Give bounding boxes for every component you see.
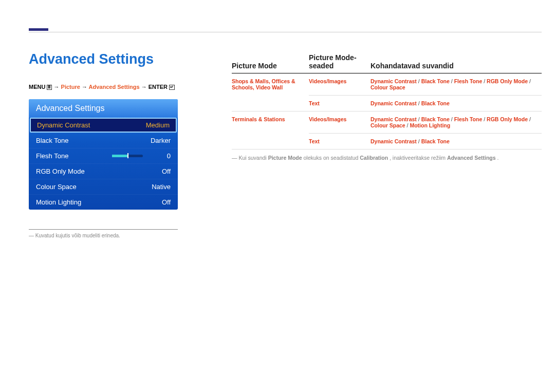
th-kohandatavad: Kohandatavad suvandid xyxy=(371,51,542,73)
menu-icon: Ⅲ xyxy=(47,85,52,90)
option-name: Dynamic Contrast xyxy=(371,116,417,122)
options-table: Picture Mode Picture Mode-seaded Kohanda… xyxy=(232,51,542,150)
separator: / xyxy=(482,78,487,84)
cell-picture-mode: Shops & Malls, Offices & Schools, Video … xyxy=(232,73,309,111)
table-header-row: Picture Mode Picture Mode-seaded Kohanda… xyxy=(232,51,542,73)
footnote-text: Kuvatud kujutis võib mudeliti erineda. xyxy=(35,233,120,238)
option-name: Flesh Tone xyxy=(454,116,483,122)
note-bold: Advanced Settings xyxy=(447,155,496,161)
breadcrumb-menu: MENU xyxy=(29,84,45,90)
separator: / xyxy=(417,78,421,84)
footnote-left: ― Kuvatud kujutis võib mudeliti erineda. xyxy=(29,229,178,238)
footnote-right: ― Kui suvandi Picture Mode olekuks on se… xyxy=(232,150,542,161)
breadcrumb-adv: Advanced Settings xyxy=(89,84,140,90)
separator: / xyxy=(417,100,421,106)
cell-options: Dynamic Contrast / Black Tone / Flesh To… xyxy=(371,73,542,96)
slider[interactable] xyxy=(112,155,143,157)
th-picture-mode-seaded: Picture Mode-seaded xyxy=(309,51,371,73)
accent-bar xyxy=(29,28,48,31)
option-name: Black Tone xyxy=(421,138,450,144)
cell-options: Dynamic Contrast / Black Tone / Flesh To… xyxy=(371,111,542,134)
option-name: Colour Space xyxy=(371,84,405,90)
osd-header: Advanced Settings xyxy=(29,99,178,118)
cell-seaded: Videos/Images xyxy=(309,111,371,134)
osd-panel: Advanced Settings Dynamic ContrastMedium… xyxy=(29,99,178,210)
note-text: . xyxy=(497,155,499,161)
arrow-icon: → xyxy=(141,84,147,90)
osd-row-label: RGB Only Mode xyxy=(36,167,85,175)
note-dash: ― xyxy=(232,155,238,161)
separator: / xyxy=(417,116,421,122)
osd-row-dynamic-contrast[interactable]: Dynamic ContrastMedium xyxy=(30,118,177,133)
note-bold: Picture Mode xyxy=(268,155,302,161)
breadcrumb-enter: ENTER xyxy=(149,84,168,90)
separator: / xyxy=(482,116,487,122)
table-row: Shops & Malls, Offices & Schools, Video … xyxy=(232,73,542,96)
option-name: RGB Only Mode xyxy=(487,116,528,122)
osd-row-label: Colour Space xyxy=(36,183,77,191)
osd-row-colour-space[interactable]: Colour SpaceNative xyxy=(29,179,178,194)
osd-row-value: 0 xyxy=(148,152,171,160)
separator: / xyxy=(528,116,531,122)
page-title: Advanced Settings xyxy=(29,51,219,67)
note-bold: Calibration xyxy=(360,155,388,161)
option-name: Black Tone xyxy=(421,100,450,106)
option-name: RGB Only Mode xyxy=(487,78,528,84)
separator: / xyxy=(528,78,531,84)
osd-row-motion-lighting[interactable]: Motion LightingOff xyxy=(29,194,178,210)
cell-seaded: Videos/Images xyxy=(309,73,371,96)
separator: / xyxy=(417,138,421,144)
cell-options: Dynamic Contrast / Black Tone xyxy=(371,134,542,150)
table-row: Terminals & StationsVideos/ImagesDynamic… xyxy=(232,111,542,134)
breadcrumb: MENU Ⅲ → Picture → Advanced Settings → E… xyxy=(29,84,219,90)
separator: / xyxy=(450,116,454,122)
osd-row-label: Motion Lighting xyxy=(36,198,81,206)
cell-seaded: Text xyxy=(309,134,371,150)
osd-row-label: Dynamic Contrast xyxy=(37,121,90,129)
cell-options: Dynamic Contrast / Black Tone xyxy=(371,96,542,111)
option-name: Black Tone xyxy=(421,78,450,84)
osd-row-label: Flesh Tone xyxy=(36,152,68,160)
option-name: Motion Lighting xyxy=(410,122,450,128)
osd-row-value: Off xyxy=(148,198,171,206)
option-name: Flesh Tone xyxy=(454,78,483,84)
note-text: olekuks on seadistatud xyxy=(303,155,360,161)
osd-row-value: Darker xyxy=(148,137,171,144)
option-name: Dynamic Contrast xyxy=(371,78,417,84)
separator: / xyxy=(450,78,454,84)
osd-row-black-tone[interactable]: Black ToneDarker xyxy=(29,133,178,148)
enter-icon: ↵ xyxy=(169,85,175,90)
osd-row-value: Off xyxy=(148,167,171,175)
breadcrumb-picture: Picture xyxy=(61,84,80,90)
footnote-dash: ― xyxy=(29,233,35,238)
option-name: Black Tone xyxy=(421,116,450,122)
option-name: Dynamic Contrast xyxy=(371,100,417,106)
cell-picture-mode: Terminals & Stations xyxy=(232,111,309,150)
osd-row-rgb-only-mode[interactable]: RGB Only ModeOff xyxy=(29,163,178,179)
option-name: Dynamic Contrast xyxy=(371,138,417,144)
osd-row-label: Black Tone xyxy=(36,137,68,144)
arrow-icon: → xyxy=(82,84,87,90)
osd-row-value: Medium xyxy=(146,121,170,129)
th-picture-mode: Picture Mode xyxy=(232,51,309,73)
cell-seaded: Text xyxy=(309,96,371,111)
note-text: , inaktiveeritakse režiim xyxy=(390,155,447,161)
arrow-icon: → xyxy=(54,84,60,90)
note-text: Kui suvandi xyxy=(238,155,268,161)
option-name: Colour Space xyxy=(371,122,405,128)
osd-row-flesh-tone[interactable]: Flesh Tone0 xyxy=(29,148,178,163)
osd-row-value: Native xyxy=(148,183,171,191)
top-divider xyxy=(29,32,542,32)
